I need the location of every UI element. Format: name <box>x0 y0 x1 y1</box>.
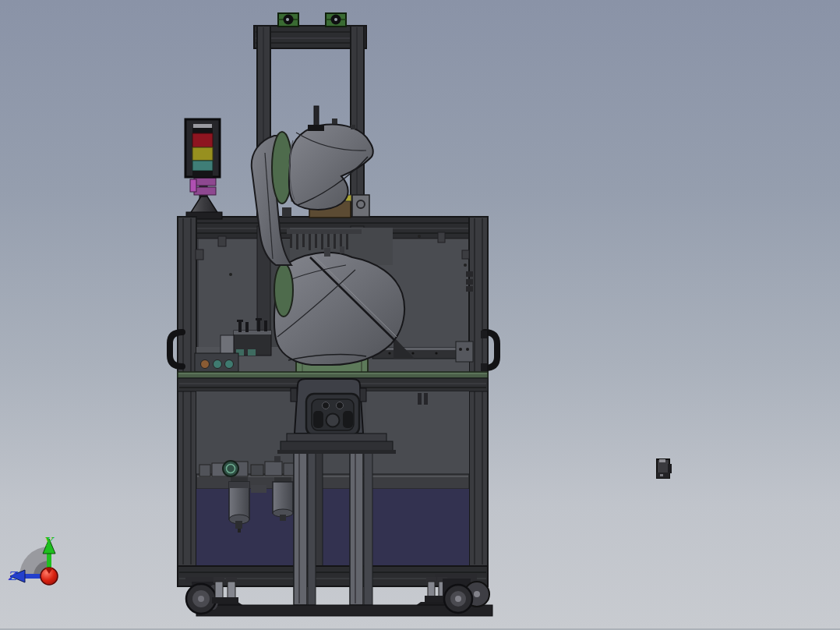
stand-plate-lip <box>277 450 396 454</box>
fastener <box>466 348 469 351</box>
floating-part[interactable] <box>657 459 672 478</box>
tower-light-teal <box>192 161 213 171</box>
tower-cone-base <box>190 196 218 214</box>
frl-block <box>251 465 263 476</box>
part-tab <box>668 464 672 473</box>
stand-plate-mid <box>281 441 393 451</box>
connector-slot <box>343 411 353 428</box>
wheel-hub <box>474 591 480 597</box>
panel-bracket <box>196 250 203 260</box>
pedestal-clip <box>360 388 366 402</box>
fastener <box>435 352 437 354</box>
tower-cap <box>192 128 213 133</box>
handle-mount <box>481 331 487 338</box>
port-brass <box>201 360 210 369</box>
joint-ring-lower <box>274 264 293 317</box>
frl-block <box>265 462 282 476</box>
foot-post <box>428 582 435 597</box>
cad-3d-viewport[interactable]: Y Z <box>0 0 840 630</box>
panel-bracket <box>462 250 469 259</box>
housing-nub <box>324 248 330 257</box>
y-axis-label: Y <box>44 535 55 549</box>
view-orientation-triad[interactable]: Y Z <box>8 535 58 585</box>
tower-clamp-knob <box>190 179 196 192</box>
panel-bracket <box>218 236 226 246</box>
foot-post <box>228 582 235 599</box>
eye-pin <box>286 18 289 21</box>
bowl-body <box>273 482 293 513</box>
hinge-mark <box>418 393 422 405</box>
tower-light-red <box>192 133 213 147</box>
hinge-tab <box>466 279 473 285</box>
foot-pad <box>224 597 238 603</box>
connector-round <box>337 402 344 409</box>
connector-center <box>326 414 340 427</box>
port-teal <box>225 360 234 369</box>
fitting-teal <box>248 349 256 356</box>
pedestal-clip <box>291 388 297 402</box>
sensor-bracket[interactable] <box>352 195 369 217</box>
part-notch <box>659 459 665 462</box>
hinge-mark <box>424 393 428 405</box>
bowl-nub <box>238 529 241 533</box>
stand-leg-right <box>350 451 363 605</box>
hinge-tab <box>466 286 473 292</box>
stand-plate-top <box>287 434 386 442</box>
filter-bowl-right[interactable] <box>273 477 293 521</box>
under-bracket <box>251 485 266 493</box>
connector-slot <box>313 411 323 428</box>
stand-leg-left <box>294 451 307 605</box>
fastener <box>229 273 232 276</box>
signal-tower[interactable] <box>185 119 222 219</box>
tool-rod <box>314 106 319 128</box>
housing-bump <box>332 119 337 124</box>
port-teal <box>214 360 222 369</box>
wheel-hub <box>455 596 461 602</box>
tower-light-amber <box>192 147 213 161</box>
tower-cap-top <box>193 124 212 128</box>
wheel-hub <box>198 596 204 602</box>
rod-knob <box>308 125 324 131</box>
foot-pad <box>212 597 226 603</box>
housing-nub <box>340 246 344 253</box>
panel-bracket <box>438 232 445 242</box>
fastener <box>388 352 390 354</box>
bowl-drain <box>235 521 242 529</box>
frl-block <box>199 465 210 476</box>
table-green-strip <box>178 372 488 378</box>
lifting-eye-block-left[interactable] <box>278 13 298 27</box>
part-dot <box>660 474 663 476</box>
eye-pin <box>334 18 337 21</box>
pressure-gauge <box>223 461 238 476</box>
lifting-eye-block-right[interactable] <box>326 13 346 27</box>
tower-base-ring <box>192 171 213 177</box>
fastener <box>464 264 467 267</box>
bowl-cap <box>229 482 249 488</box>
fastener <box>459 348 462 351</box>
tool-rack-rail <box>287 229 362 234</box>
end-block <box>456 342 473 362</box>
frl-knob <box>274 456 281 462</box>
fastener <box>411 352 414 354</box>
small-clamp <box>282 207 291 217</box>
handle-mount <box>481 363 487 371</box>
fastener <box>418 235 421 238</box>
housing-bump <box>351 125 355 129</box>
stand-leg-back <box>308 452 316 605</box>
bowl-drain <box>280 515 286 521</box>
connector-round <box>323 402 330 409</box>
hinge-tab <box>466 271 473 277</box>
foot-post <box>215 582 223 599</box>
stand-leg-back <box>364 452 372 605</box>
tower-clamp-upper <box>194 178 216 186</box>
tower-clamp-lower <box>194 187 216 195</box>
